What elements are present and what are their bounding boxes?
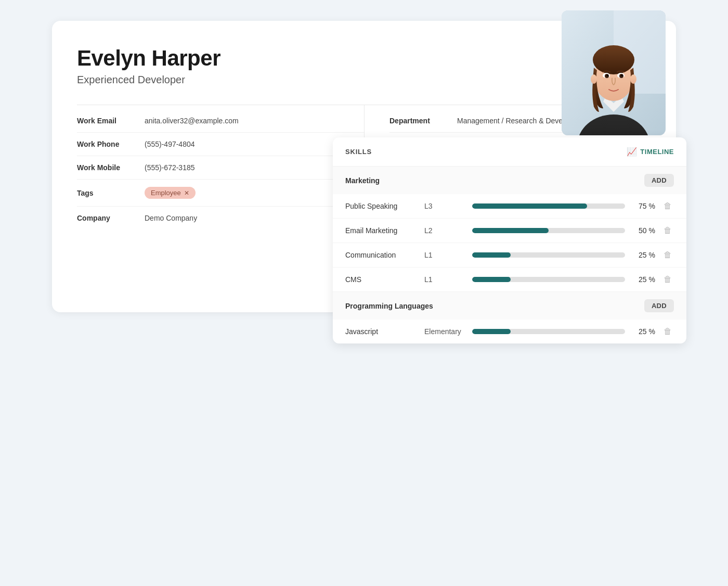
work-email-value: anita.oliver32@example.com	[145, 117, 239, 125]
delete-skill-icon[interactable]: 🗑	[661, 326, 674, 337]
work-mobile-row: Work Mobile (555)-672-3185	[77, 156, 364, 180]
marketing-add-button[interactable]: ADD	[644, 174, 674, 187]
work-email-label: Work Email	[77, 117, 145, 125]
skills-title: SKILLS	[345, 148, 372, 156]
skill-name: Email Marketing	[345, 226, 418, 235]
info-left: Work Email anita.oliver32@example.com Wo…	[77, 105, 364, 230]
marketing-label: Marketing	[345, 176, 380, 185]
skill-bar-container	[472, 203, 625, 209]
tag-close-icon[interactable]: ✕	[184, 189, 189, 197]
skill-bar-fill	[472, 329, 511, 334]
skill-level: L3	[424, 202, 466, 210]
work-mobile-label: Work Mobile	[77, 163, 145, 172]
svg-point-10	[607, 75, 608, 77]
skill-level: Elementary	[424, 327, 466, 336]
profile-photo	[562, 10, 666, 135]
skill-percent: 75 %	[631, 202, 655, 210]
profile-card: Evelyn Harper Experienced Developer Work…	[52, 21, 676, 312]
skill-public-speaking: Public Speaking L3 75 % 🗑	[333, 194, 686, 219]
work-phone-label: Work Phone	[77, 140, 145, 148]
skill-percent: 25 %	[631, 275, 655, 284]
skill-bar-container	[472, 228, 625, 233]
tags-row: Tags Employee ✕	[77, 180, 364, 207]
skill-bar-fill	[472, 277, 511, 282]
skill-bar-container	[472, 277, 625, 282]
programming-label: Programming Languages	[345, 302, 433, 310]
skill-percent: 50 %	[631, 226, 655, 235]
skills-header: SKILLS 📈 TIMELINE	[333, 137, 686, 167]
tag-name: Employee	[151, 189, 181, 197]
timeline-label: TIMELINE	[640, 148, 674, 156]
timeline-button[interactable]: 📈 TIMELINE	[627, 147, 674, 157]
work-mobile-value: (555)-672-3185	[145, 163, 195, 172]
delete-skill-icon[interactable]: 🗑	[661, 249, 674, 261]
work-email-row: Work Email anita.oliver32@example.com	[77, 109, 364, 133]
skill-level: L1	[424, 251, 466, 259]
timeline-icon: 📈	[627, 147, 638, 157]
programming-section-header: Programming Languages ADD	[333, 292, 686, 320]
work-phone-value: (555)-497-4804	[145, 140, 195, 148]
company-row: Company Demo Company	[77, 207, 364, 230]
skill-name: CMS	[345, 275, 418, 284]
svg-point-5	[593, 45, 634, 74]
company-value: Demo Company	[145, 214, 197, 222]
skill-bar-fill	[472, 203, 587, 209]
skill-communication: Communication L1 25 % 🗑	[333, 243, 686, 267]
skill-bar-fill	[472, 252, 511, 258]
skill-level: L1	[424, 275, 466, 284]
skill-bar-container	[472, 252, 625, 258]
work-phone-row: Work Phone (555)-497-4804	[77, 133, 364, 156]
tags-label: Tags	[77, 189, 145, 197]
skill-level: L2	[424, 226, 466, 235]
svg-point-13	[630, 74, 636, 84]
skill-percent: 25 %	[631, 327, 655, 336]
delete-skill-icon[interactable]: 🗑	[661, 200, 674, 212]
skill-bar-container	[472, 329, 625, 334]
skill-name: Communication	[345, 251, 418, 259]
skill-name: Public Speaking	[345, 202, 418, 210]
skill-name: Javascript	[345, 327, 418, 336]
delete-skill-icon[interactable]: 🗑	[661, 274, 674, 285]
department-label: Department	[389, 117, 457, 125]
employee-tag[interactable]: Employee ✕	[145, 187, 196, 199]
skill-percent: 25 %	[631, 251, 655, 259]
svg-point-11	[621, 75, 623, 77]
skill-email-marketing: Email Marketing L2 50 % 🗑	[333, 219, 686, 243]
skill-cms: CMS L1 25 % 🗑	[333, 267, 686, 292]
svg-point-12	[591, 74, 597, 84]
programming-add-button[interactable]: ADD	[644, 299, 674, 312]
page-wrapper: Evelyn Harper Experienced Developer Work…	[52, 21, 676, 541]
skill-bar-fill	[472, 228, 549, 233]
company-label: Company	[77, 214, 145, 222]
skills-card: SKILLS 📈 TIMELINE Marketing ADD Public S…	[333, 137, 686, 343]
delete-skill-icon[interactable]: 🗑	[661, 225, 674, 236]
marketing-section-header: Marketing ADD	[333, 167, 686, 194]
skill-javascript: Javascript Elementary 25 % 🗑	[333, 320, 686, 343]
